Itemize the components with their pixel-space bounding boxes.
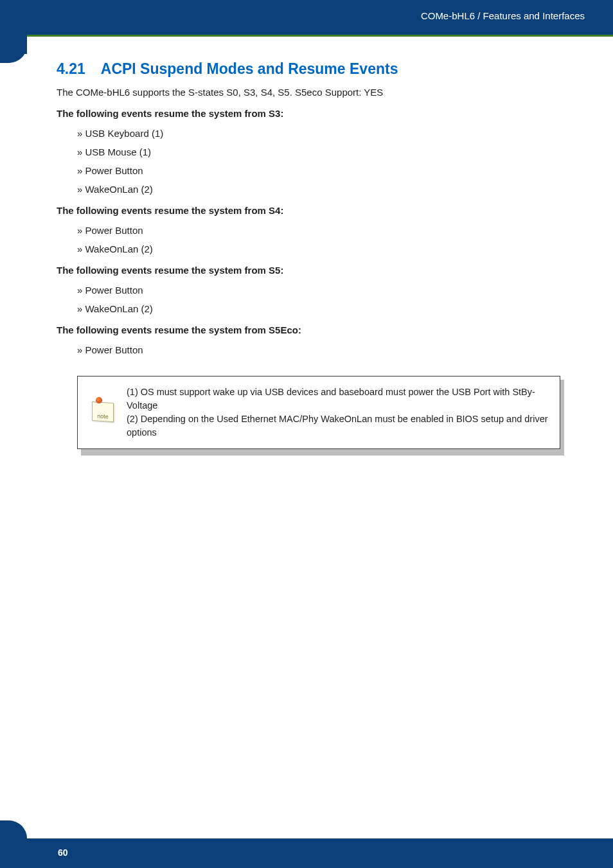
bullet-list: USB Keyboard (1) USB Mouse (1) Power But…: [77, 128, 568, 195]
note-callout: note (1) OS must support wake up via USB…: [77, 376, 568, 449]
page-number: 60: [58, 847, 68, 858]
list-item: WakeOnLan (2): [77, 244, 568, 254]
list-item: USB Mouse (1): [77, 146, 568, 157]
group-heading: The following events resume the system f…: [57, 324, 568, 335]
list-item: Power Button: [77, 285, 568, 296]
list-item: WakeOnLan (2): [77, 184, 568, 195]
bullet-list: Power Button: [77, 344, 568, 355]
list-item: USB Keyboard (1): [77, 128, 568, 139]
side-stripe-top: [0, 35, 27, 54]
note-icon: note: [88, 398, 116, 427]
note-box: note (1) OS must support wake up via USB…: [77, 376, 560, 449]
section-title: ACPI Suspend Modes and Resume Events: [101, 60, 398, 77]
header-bar: COMe-bHL6 / Features and Interfaces: [0, 0, 613, 35]
list-item: Power Button: [77, 225, 568, 236]
breadcrumb: COMe-bHL6 / Features and Interfaces: [421, 10, 585, 21]
section-heading: 4.21ACPI Suspend Modes and Resume Events: [57, 60, 568, 78]
list-item: Power Button: [77, 344, 568, 355]
content-area: 4.21ACPI Suspend Modes and Resume Events…: [0, 35, 613, 449]
note-text: (1) OS must support wake up via USB devi…: [127, 385, 549, 439]
bullet-list: Power Button WakeOnLan (2): [77, 225, 568, 254]
note-line: (2) Depending on the Used Ethernet MAC/P…: [127, 412, 549, 439]
side-stripe-bottom: [0, 820, 27, 838]
group-heading: The following events resume the system f…: [57, 205, 568, 216]
group-heading: The following events resume the system f…: [57, 265, 568, 276]
bullet-list: Power Button WakeOnLan (2): [77, 285, 568, 314]
note-line: (1) OS must support wake up via USB devi…: [127, 385, 549, 412]
list-item: WakeOnLan (2): [77, 303, 568, 314]
section-number: 4.21: [57, 60, 85, 77]
section-intro: The COMe-bHL6 supports the S-states S0, …: [57, 87, 568, 98]
pushpin-icon: [96, 397, 102, 403]
footer-bar: 60: [0, 838, 613, 868]
group-heading: The following events resume the system f…: [57, 108, 568, 119]
note-icon-label: note: [92, 402, 114, 422]
list-item: Power Button: [77, 165, 568, 176]
